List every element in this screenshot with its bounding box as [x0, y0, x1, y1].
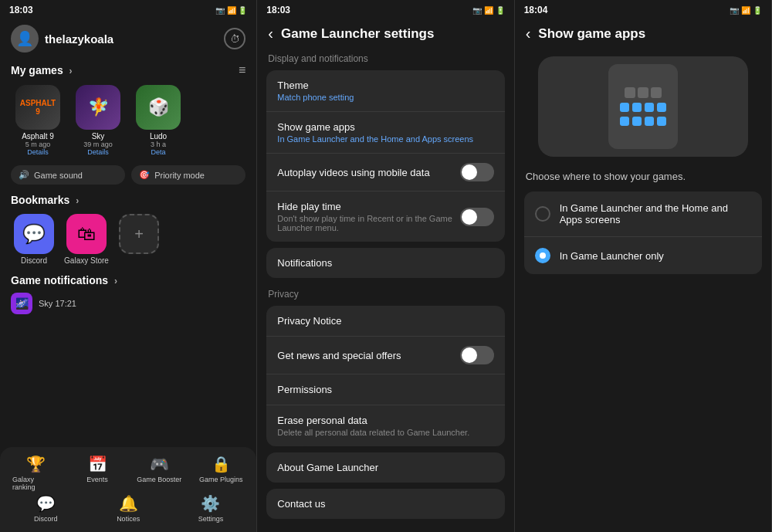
nav-notices[interactable]: 🔔 Notices — [105, 494, 151, 523]
privacy-notice-title: Privacy Notice — [277, 315, 341, 327]
blue-dot-5 — [620, 117, 629, 126]
preview-dot-1 — [625, 87, 635, 98]
time-1: 18:03 — [9, 5, 33, 15]
nav-galaxy-ranking[interactable]: 🏆 Galaxy ranking — [12, 455, 59, 491]
p2-header: ‹ Game Launcher settings — [257, 19, 513, 49]
about-title: About Game Launcher — [277, 462, 378, 473]
game-name-sky: Sky — [92, 132, 105, 141]
game-item-sky[interactable]: 🧚 Sky 39 m ago Details — [71, 85, 125, 156]
status-bar-3: 18:04 📷 📶 🔋 — [515, 0, 771, 19]
nav-events[interactable]: 📅 Events — [74, 455, 120, 491]
hide-playtime-content: Hide play time Don't show play time in R… — [277, 201, 459, 232]
blue-dot-7 — [645, 117, 654, 126]
settings-icon[interactable]: ⏱ — [224, 28, 245, 49]
back-arrow-3[interactable]: ‹ — [526, 25, 531, 42]
game-notif-label: Game notifications › — [11, 274, 117, 286]
game-plugins-label: Game Plugins — [199, 476, 243, 483]
contact-title: Contact us — [277, 498, 325, 510]
erase-data-content: Erase personal data Delete all personal … — [277, 415, 493, 437]
show-game-apps-row[interactable]: Show game apps In Game Launcher and the … — [266, 112, 504, 154]
mode-row: 🔊 Game sound 🎯 Priority mode — [0, 161, 256, 189]
autoplay-toggle[interactable] — [460, 163, 494, 181]
priority-icon: 🎯 — [139, 170, 150, 180]
game-details-sky[interactable]: Details — [87, 148, 109, 156]
permissions-title: Permissions — [277, 384, 332, 395]
notifications-row[interactable]: Notifications — [266, 248, 504, 278]
display-notif-label: Display and notifications — [257, 49, 513, 67]
trophy-icon: 🏆 — [26, 455, 46, 473]
about-row[interactable]: About Game Launcher — [266, 452, 504, 483]
contact-row[interactable]: Contact us — [266, 489, 504, 519]
nav-settings[interactable]: ⚙️ Settings — [188, 494, 234, 523]
radio-option-2[interactable]: In Game Launcher only — [524, 237, 762, 274]
radio-option-1[interactable]: In Game Launcher and the Home and Apps s… — [524, 191, 762, 237]
events-label: Events — [86, 476, 108, 483]
bookmark-add[interactable]: + — [116, 214, 162, 265]
nav-row-2: 💬 Discord 🔔 Notices ⚙️ Settings — [5, 494, 252, 523]
permissions-row[interactable]: Permissions — [266, 374, 504, 405]
about-card: About Game Launcher — [266, 452, 504, 483]
hide-playtime-row[interactable]: Hide play time Don't show play time in R… — [266, 191, 504, 242]
autoplay-title: Autoplay videos using mobile data — [277, 167, 459, 178]
game-sound-label: Game sound — [34, 171, 83, 180]
user-info: 👤 thelazykoala — [11, 25, 113, 53]
p3-title: Show game apps — [538, 26, 645, 42]
panel-2: 18:03 📷 📶 🔋 ‹ Game Launcher settings Dis… — [257, 0, 514, 532]
priority-mode-btn[interactable]: 🎯 Priority mode — [131, 165, 245, 185]
privacy-notice-row[interactable]: Privacy Notice — [266, 306, 504, 337]
preview-apps-grid — [625, 87, 662, 98]
notices-icon: 🔔 — [119, 494, 138, 513]
get-news-row[interactable]: Get news and special offers — [266, 337, 504, 374]
game-item-ludo[interactable]: 🎲 Ludo 3 h a Deta — [131, 85, 185, 156]
hide-playtime-toggle[interactable] — [460, 208, 494, 226]
priority-mode-label: Priority mode — [154, 171, 205, 180]
preview-dot-2 — [638, 87, 648, 98]
list-icon[interactable]: ≡ — [239, 63, 245, 77]
game-details-asphalt[interactable]: Details — [27, 148, 49, 156]
galaxy-ranking-label: Galaxy ranking — [12, 476, 59, 491]
game-sound-btn[interactable]: 🔊 Game sound — [11, 165, 125, 185]
panel-1: 18:03 📷 📶 🔋 👤 thelazykoala ⏱ My games › … — [0, 0, 257, 532]
discord-icon: 💬 — [14, 214, 54, 254]
nav-game-plugins[interactable]: 🔒 Game Plugins — [198, 455, 244, 491]
nav-discord[interactable]: 💬 Discord — [22, 494, 69, 523]
bookmarks-header: Bookmarks › — [0, 189, 256, 209]
notifications-title: Notifications — [277, 257, 332, 269]
privacy-card: Privacy Notice Get news and special offe… — [266, 306, 504, 446]
blue-dot-6 — [632, 117, 642, 126]
notif-section-header: Game notifications › — [0, 269, 256, 290]
game-item-asphalt[interactable]: ASPHALT9 Asphalt 9 5 m ago Details — [11, 85, 65, 156]
p2-title: Game Launcher settings — [281, 26, 434, 42]
username: thelazykoala — [45, 32, 113, 46]
blue-dot-8 — [657, 117, 666, 126]
autoplay-content: Autoplay videos using mobile data — [277, 167, 459, 178]
preview-blue-row — [620, 103, 666, 112]
blue-dot-2 — [632, 103, 642, 112]
games-grid: ASPHALT9 Asphalt 9 5 m ago Details 🧚 Sky… — [0, 80, 256, 161]
show-game-apps-title: Show game apps — [277, 121, 493, 133]
status-icons-2: 📷 📶 🔋 — [472, 6, 505, 15]
bookmark-discord[interactable]: 💬 Discord — [11, 214, 57, 265]
erase-data-sub: Delete all personal data related to Game… — [277, 428, 493, 437]
galaxy-icon: 🛍 — [66, 214, 107, 254]
preview-dot-3 — [651, 87, 662, 98]
erase-data-row[interactable]: Erase personal data Delete all personal … — [266, 405, 504, 446]
autoplay-row[interactable]: Autoplay videos using mobile data — [266, 154, 504, 191]
get-news-toggle[interactable] — [460, 346, 494, 364]
nav-game-booster[interactable]: 🎮 Game Booster — [136, 455, 182, 491]
game-name-asphalt: Asphalt 9 — [22, 132, 54, 141]
contact-card: Contact us — [266, 489, 504, 519]
add-icon: + — [119, 214, 159, 254]
game-plugins-icon: 🔒 — [212, 455, 231, 473]
status-bar-1: 18:03 📷 📶 🔋 — [0, 0, 256, 19]
my-games-label: My games › — [11, 64, 73, 76]
back-arrow-2[interactable]: ‹ — [268, 25, 273, 42]
galaxy-label: Galaxy Store — [64, 256, 109, 265]
notification-item: 🌌 Sky 17:21 — [0, 290, 256, 317]
theme-row[interactable]: Theme Match phone setting — [266, 70, 504, 112]
game-details-ludo[interactable]: Deta — [151, 148, 165, 156]
discord-nav-label: Discord — [34, 515, 58, 523]
choose-text: Choose where to show your games. — [515, 164, 771, 188]
bookmark-galaxy[interactable]: 🛍 Galaxy Store — [63, 214, 110, 265]
bookmarks-label: Bookmarks › — [11, 194, 79, 206]
